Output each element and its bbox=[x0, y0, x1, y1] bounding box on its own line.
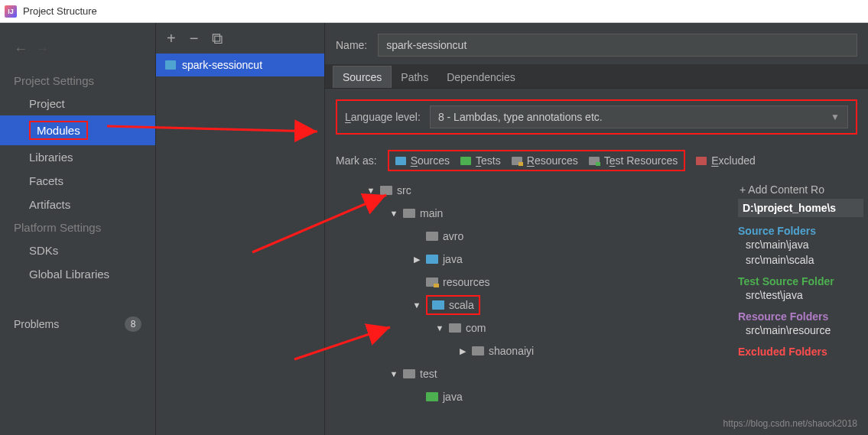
tab-paths[interactable]: Paths bbox=[392, 67, 437, 88]
folder-icon bbox=[472, 346, 484, 355]
tree-node-shaonaiyi[interactable]: ▶shaonaiyi bbox=[343, 339, 733, 362]
source-folder-item[interactable]: src\main\scala bbox=[738, 252, 863, 268]
resource-folder-item[interactable]: src\main\resource bbox=[738, 323, 863, 338]
tree-label: avro bbox=[443, 230, 463, 242]
resources-folder-icon bbox=[426, 278, 438, 287]
content-wrap: ▼src ▼main avro ▶java resources ▼ scala … bbox=[325, 176, 868, 408]
chevron-down-icon[interactable]: ▼ bbox=[435, 323, 444, 333]
content-root-panel: + Add Content Ro D:\project_home\s Sourc… bbox=[733, 176, 868, 408]
tree-node-java[interactable]: ▶java bbox=[343, 248, 733, 271]
spacer bbox=[412, 232, 421, 241]
tree-node-src[interactable]: ▼src bbox=[343, 179, 733, 202]
folder-icon bbox=[380, 186, 392, 195]
chevron-right-icon[interactable]: ▶ bbox=[458, 346, 467, 355]
sidebar-item-global-libraries[interactable]: Global Libraries bbox=[0, 262, 155, 286]
excluded-folders-title: Excluded Folders bbox=[738, 346, 863, 358]
module-list-panel: + − ⧉ spark-sessioncut bbox=[156, 23, 325, 435]
source-folders-title: Source Folders bbox=[738, 225, 863, 237]
tree-label: scala bbox=[449, 299, 474, 311]
test-source-folders-title: Test Source Folder bbox=[738, 275, 863, 287]
mark-test-resources-button[interactable]: Test Resources bbox=[589, 154, 678, 167]
test-source-folder-item[interactable]: src\test\java bbox=[738, 287, 863, 303]
tree-label: shaonaiyi bbox=[489, 345, 534, 357]
sources-folder-icon bbox=[395, 157, 406, 165]
tree-label: java bbox=[443, 391, 463, 403]
mark-tests-button[interactable]: Tests bbox=[460, 154, 501, 167]
spacer bbox=[412, 392, 421, 401]
sidebar-item-sdks[interactable]: SDKs bbox=[0, 239, 155, 262]
mark-as-row: Mark as: Sources Tests Resources Test Re… bbox=[325, 145, 868, 176]
back-icon[interactable]: ← bbox=[14, 41, 28, 57]
resource-folders-title: Resource Folders bbox=[738, 310, 863, 323]
module-icon bbox=[165, 60, 176, 70]
forward-icon[interactable]: → bbox=[35, 41, 49, 57]
test-resources-folder-icon bbox=[589, 157, 600, 165]
right-panel: Name: spark-sessioncut Sources Paths Dep… bbox=[325, 23, 868, 435]
tree-label: com bbox=[466, 322, 486, 334]
sidebar-item-project[interactable]: Project bbox=[0, 92, 155, 115]
add-module-icon[interactable]: + bbox=[167, 31, 176, 46]
module-item-spark-sessioncut[interactable]: spark-sessioncut bbox=[156, 54, 324, 76]
chevron-down-icon[interactable]: ▼ bbox=[412, 300, 421, 310]
app-icon: IJ bbox=[5, 5, 17, 18]
chevron-down-icon: ▼ bbox=[831, 112, 840, 122]
tree-label: resources bbox=[443, 276, 489, 288]
chevron-right-icon[interactable]: ▶ bbox=[412, 255, 421, 264]
window-title: Project Structure bbox=[23, 5, 97, 17]
tree-node-com[interactable]: ▼com bbox=[343, 317, 733, 339]
folder-icon bbox=[426, 232, 438, 241]
tree-node-scala[interactable]: ▼ scala bbox=[343, 294, 733, 317]
excluded-folder-icon bbox=[696, 157, 707, 165]
problems-count-badge: 8 bbox=[125, 317, 141, 332]
folder-icon bbox=[403, 369, 415, 378]
source-tree[interactable]: ▼src ▼main avro ▶java resources ▼ scala … bbox=[325, 176, 733, 408]
title-bar: IJ Project Structure bbox=[0, 0, 868, 23]
mark-as-label: Mark as: bbox=[336, 154, 377, 167]
tree-label: test bbox=[420, 368, 437, 380]
tree-label: src bbox=[397, 184, 411, 196]
sidebar-item-problems[interactable]: Problems 8 bbox=[0, 309, 155, 339]
tree-node-avro[interactable]: avro bbox=[343, 225, 733, 248]
source-folder-item[interactable]: src\main\java bbox=[738, 237, 863, 252]
language-level-label: LLanguage level:anguage level: bbox=[345, 111, 421, 123]
mark-sources-button[interactable]: Sources bbox=[395, 154, 450, 167]
chevron-down-icon[interactable]: ▼ bbox=[389, 209, 398, 218]
tabs: Sources Paths Dependencies bbox=[325, 64, 868, 89]
section-platform-settings: Platform Settings bbox=[0, 216, 155, 239]
content-root-path[interactable]: D:\project_home\s bbox=[738, 199, 863, 217]
tree-node-resources[interactable]: resources bbox=[343, 271, 733, 294]
sidebar-item-artifacts[interactable]: Artifacts bbox=[0, 193, 155, 216]
tree-node-main[interactable]: ▼main bbox=[343, 202, 733, 225]
language-level-select[interactable]: 8 - Lambdas, type annotations etc. ▼ bbox=[430, 106, 848, 128]
tab-dependencies[interactable]: Dependencies bbox=[437, 67, 525, 88]
language-level-row: LLanguage level:anguage level: 8 - Lambd… bbox=[336, 99, 857, 135]
tree-label: java bbox=[443, 253, 463, 265]
tab-sources[interactable]: Sources bbox=[333, 66, 392, 88]
copy-module-icon[interactable]: ⧉ bbox=[212, 31, 223, 46]
modules-label: Modules bbox=[29, 121, 88, 140]
add-content-root-label: + Add Content Ro bbox=[740, 183, 824, 196]
watermark: https://blog.csdn.net/shaock2018 bbox=[723, 418, 857, 429]
sidebar-item-facets[interactable]: Facets bbox=[0, 169, 155, 193]
chevron-down-icon[interactable]: ▼ bbox=[389, 369, 398, 378]
add-content-root-button[interactable]: + Add Content Ro bbox=[738, 180, 863, 199]
module-item-label: spark-sessioncut bbox=[182, 59, 262, 71]
mark-excluded-button[interactable]: Excluded bbox=[696, 154, 756, 167]
name-value: spark-sessioncut bbox=[386, 39, 467, 51]
remove-module-icon[interactable]: − bbox=[190, 31, 199, 46]
problems-label: Problems bbox=[14, 318, 59, 330]
tests-folder-icon bbox=[460, 157, 471, 165]
sidebar-item-modules[interactable]: Modules bbox=[0, 115, 155, 145]
tree-node-test-java[interactable]: java bbox=[343, 385, 733, 408]
name-row: Name: spark-sessioncut bbox=[325, 34, 868, 64]
tree-node-test[interactable]: ▼test bbox=[343, 362, 733, 385]
sources-folder-icon bbox=[432, 300, 444, 310]
folder-icon bbox=[449, 323, 461, 333]
chevron-down-icon[interactable]: ▼ bbox=[366, 186, 375, 195]
mark-resources-button[interactable]: Resources bbox=[512, 154, 578, 167]
main-area: ← → Project Settings Project Modules Lib… bbox=[0, 23, 868, 435]
sidebar-item-libraries[interactable]: Libraries bbox=[0, 145, 155, 169]
tree-label: main bbox=[420, 207, 443, 219]
name-input[interactable]: spark-sessioncut bbox=[378, 34, 857, 57]
name-label: Name: bbox=[336, 39, 367, 51]
